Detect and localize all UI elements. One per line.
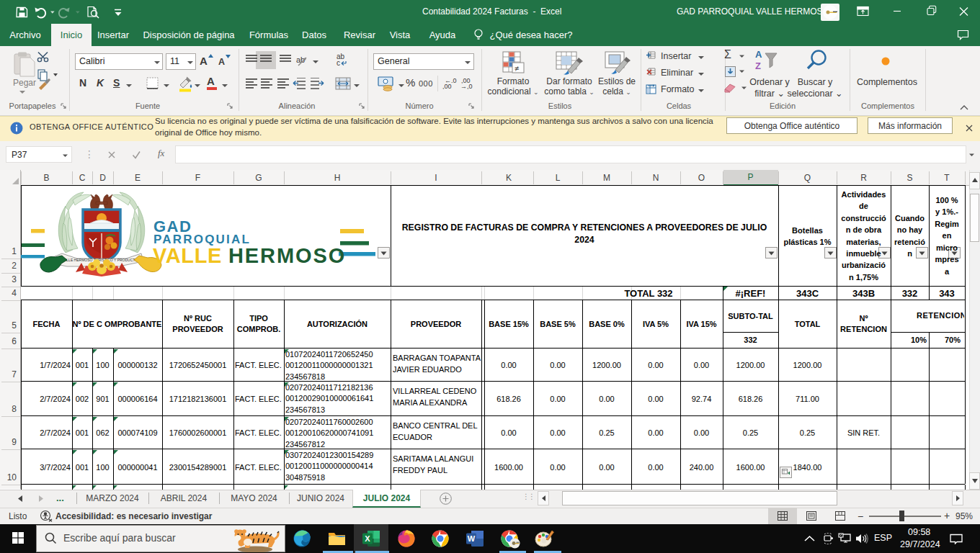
svg-text:c: c [337,59,340,67]
svg-text:→,0: →,0 [460,83,473,89]
svg-text:VALLE: VALLE [153,244,222,267]
svg-text:A: A [755,49,762,60]
svg-text:X: X [365,534,370,543]
svg-text:≠: ≠ [514,64,519,73]
svg-text:Z: Z [755,60,761,71]
svg-text:HERMOSO: HERMOSO [228,244,346,267]
svg-text:,00: ,00 [442,83,452,89]
svg-text:W: W [468,534,476,543]
svg-text:VALLE HERMOSO TURISTICO Y PROD: VALLE HERMOSO TURISTICO Y PRODUCTIVO [62,258,141,262]
